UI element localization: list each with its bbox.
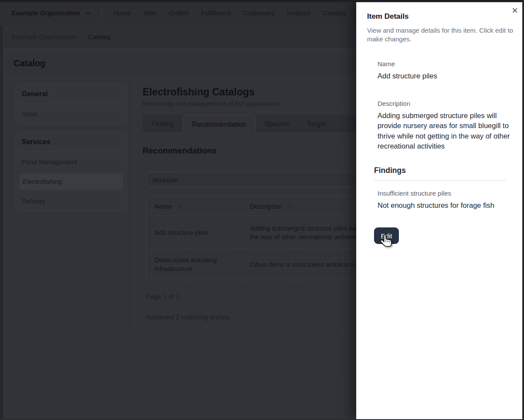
row-name: Add structure piles — [146, 228, 242, 237]
nav-item-catalog[interactable]: Catalog — [323, 9, 346, 17]
findings-section: Findings Insufficient structure piles No… — [374, 166, 514, 211]
item-details-drawer: × Item Details View and manage details f… — [356, 0, 524, 420]
sidebar: General Store Services Pond Management E… — [4, 78, 136, 219]
breadcrumb-chevron-icon: › — [81, 33, 84, 41]
findings-divider — [374, 180, 506, 181]
tab-recommendation[interactable]: Recommendation — [183, 115, 255, 133]
nav-item-home[interactable]: Home — [113, 9, 131, 17]
nav-item-customers[interactable]: Customers — [243, 9, 275, 17]
nav-item-invoices[interactable]: Invoices — [287, 9, 311, 17]
field-label: Description — [378, 100, 514, 107]
scrollbar[interactable] — [522, 0, 524, 420]
app-window: Example Organization Home Jobs Orders Fu… — [0, 0, 524, 420]
field-value: Adding submerged structure piles will pr… — [378, 111, 510, 152]
tab-finding[interactable]: Finding — [143, 115, 183, 133]
nav-item-orders[interactable]: Orders — [169, 9, 189, 17]
nav-item-fulfillment[interactable]: Fulfillment — [201, 9, 231, 17]
sidebar-item-delivery[interactable]: Delivery — [16, 191, 126, 211]
breadcrumb-parent-link[interactable]: Example Organization — [12, 33, 76, 41]
tab-species[interactable]: Species — [256, 115, 298, 133]
sidebar-item-pond-management[interactable]: Pond Management — [16, 152, 126, 172]
row-name: Down-sized actuating infrastructure — [146, 256, 242, 273]
finding-value: Not enough structures for forage fish — [378, 200, 514, 211]
close-icon[interactable]: × — [512, 5, 518, 16]
org-switcher[interactable]: Example Organization — [11, 9, 89, 17]
drawer-subtitle: View and manage details for this item. C… — [367, 26, 514, 44]
field-value: Add structure piles — [378, 71, 514, 81]
sort-icon[interactable]: ↑↓ — [288, 203, 293, 210]
nav-divider — [102, 7, 102, 18]
window-top-edge — [0, 0, 524, 2]
field-label: Name — [378, 60, 514, 68]
column-header-name: Name ↑↓ — [146, 203, 242, 210]
breadcrumb-current: Catalog — [88, 33, 111, 41]
findings-title: Findings — [374, 166, 514, 175]
finding-label: Insufficient structure piles — [378, 190, 514, 197]
field-description: Description Adding submerged structure p… — [378, 100, 514, 152]
sidebar-group-services: Services Pond Management Electrofishing … — [15, 132, 127, 211]
field-name: Name Add structure piles — [378, 60, 514, 81]
sidebar-item-store[interactable]: Store — [16, 104, 126, 124]
nav-items: Home Jobs Orders Fulfillment Customers I… — [113, 9, 381, 17]
sidebar-item-electrofishing[interactable]: Electrofishing — [19, 173, 123, 190]
drawer-title: Item Details — [367, 12, 514, 21]
tab-target[interactable]: Target — [298, 115, 335, 133]
org-switcher-label: Example Organization — [11, 9, 80, 17]
nav-item-jobs[interactable]: Jobs — [143, 9, 157, 17]
sidebar-group-title: Services — [16, 132, 126, 152]
sidebar-group-title: General — [16, 85, 126, 104]
sidebar-group-general: General Store — [15, 84, 127, 124]
chevron-down-icon — [85, 9, 91, 15]
finding-item: Insufficient structure piles Not enough … — [378, 190, 514, 211]
sort-icon[interactable]: ↑↓ — [177, 203, 182, 210]
edit-button[interactable]: Edit — [374, 227, 399, 244]
